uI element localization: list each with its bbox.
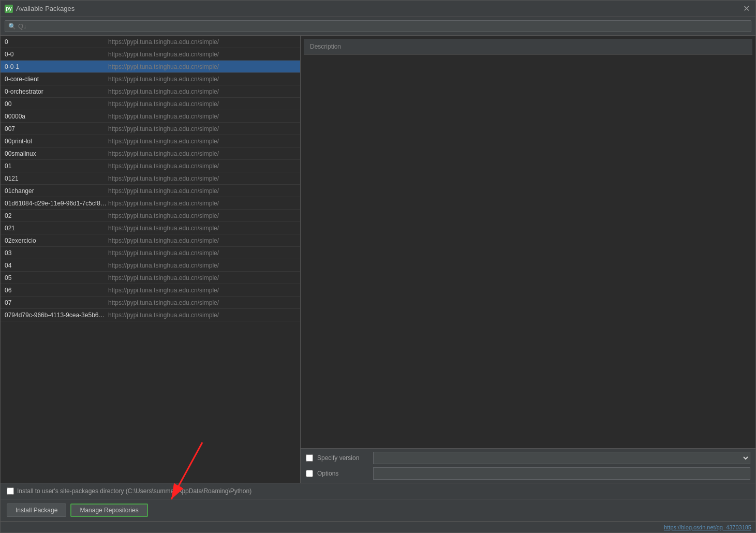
specify-version-label: Specify version bbox=[317, 454, 369, 462]
package-row[interactable]: 01https://pypi.tuna.tsinghua.edu.cn/simp… bbox=[1, 160, 300, 172]
app-icon: py bbox=[5, 5, 13, 13]
search-wrapper: 🔍 bbox=[5, 20, 751, 32]
package-url: https://pypi.tuna.tsinghua.edu.cn/simple… bbox=[108, 100, 296, 108]
package-name: 00 bbox=[5, 100, 108, 108]
package-row[interactable]: 0-orchestratorhttps://pypi.tuna.tsinghua… bbox=[1, 85, 300, 98]
specify-version-checkbox[interactable] bbox=[306, 454, 313, 462]
package-name: 0-core-client bbox=[5, 76, 108, 83]
package-url: https://pypi.tuna.tsinghua.edu.cn/simple… bbox=[108, 212, 296, 219]
search-input[interactable] bbox=[18, 22, 748, 30]
package-row[interactable]: 0121https://pypi.tuna.tsinghua.edu.cn/si… bbox=[1, 172, 300, 185]
package-row[interactable]: 04https://pypi.tuna.tsinghua.edu.cn/simp… bbox=[1, 259, 300, 272]
package-row[interactable]: 06https://pypi.tuna.tsinghua.edu.cn/simp… bbox=[1, 284, 300, 297]
available-packages-window: py Available Packages ✕ 🔍 0https://pypi.… bbox=[0, 0, 756, 533]
options-label: Options bbox=[317, 470, 369, 477]
search-bar: 🔍 bbox=[1, 17, 755, 36]
package-row[interactable]: 007https://pypi.tuna.tsinghua.edu.cn/sim… bbox=[1, 123, 300, 135]
install-options-section: Install to user's site-packages director… bbox=[1, 483, 755, 499]
package-row[interactable]: 01changerhttps://pypi.tuna.tsinghua.edu.… bbox=[1, 185, 300, 197]
options-checkbox[interactable] bbox=[306, 470, 313, 477]
package-name: 0794d79c-966b-4113-9cea-3e5b658a7de7 bbox=[5, 312, 108, 319]
install-checkbox-label: Install to user's site-packages director… bbox=[17, 487, 251, 495]
package-row[interactable]: 00000ahttps://pypi.tuna.tsinghua.edu.cn/… bbox=[1, 110, 300, 123]
package-url: https://pypi.tuna.tsinghua.edu.cn/simple… bbox=[108, 287, 296, 294]
package-row[interactable]: 0-0https://pypi.tuna.tsinghua.edu.cn/sim… bbox=[1, 48, 300, 61]
package-name: 05 bbox=[5, 274, 108, 282]
package-name: 00smalinux bbox=[5, 150, 108, 157]
package-url: https://pypi.tuna.tsinghua.edu.cn/simple… bbox=[108, 125, 296, 132]
options-input[interactable] bbox=[373, 467, 750, 480]
status-bar: https://blog.csdn.net/qq_43703185 bbox=[1, 521, 755, 532]
manage-repositories-button[interactable]: Manage Repositories bbox=[70, 504, 147, 517]
package-name: 0-0-1 bbox=[5, 63, 108, 70]
package-url: https://pypi.tuna.tsinghua.edu.cn/simple… bbox=[108, 187, 296, 195]
description-header: Description bbox=[304, 39, 752, 55]
package-row[interactable]: 0794d79c-966b-4113-9cea-3e5b658a7de7http… bbox=[1, 309, 300, 321]
description-area: Description bbox=[301, 36, 755, 448]
package-url: https://pypi.tuna.tsinghua.edu.cn/simple… bbox=[108, 63, 296, 70]
package-row[interactable]: 0https://pypi.tuna.tsinghua.edu.cn/simpl… bbox=[1, 36, 300, 48]
right-panel-options: Specify version Options bbox=[301, 448, 755, 483]
status-url[interactable]: https://blog.csdn.net/qq_43703185 bbox=[664, 524, 751, 530]
package-url: https://pypi.tuna.tsinghua.edu.cn/simple… bbox=[108, 225, 296, 232]
package-name: 01d61084-d29e-11e9-96d1-7c5cf84ffe8e bbox=[5, 200, 108, 207]
specify-version-row: Specify version bbox=[306, 452, 750, 464]
package-name: 0121 bbox=[5, 175, 108, 182]
install-checkbox-row: Install to user's site-packages director… bbox=[7, 487, 749, 495]
package-url: https://pypi.tuna.tsinghua.edu.cn/simple… bbox=[108, 76, 296, 83]
package-name: 03 bbox=[5, 249, 108, 257]
package-url: https://pypi.tuna.tsinghua.edu.cn/simple… bbox=[108, 113, 296, 120]
package-name: 02 bbox=[5, 212, 108, 219]
package-name: 021 bbox=[5, 225, 108, 232]
package-url: https://pypi.tuna.tsinghua.edu.cn/simple… bbox=[108, 51, 296, 58]
window-title: Available Packages bbox=[16, 5, 75, 12]
package-url: https://pypi.tuna.tsinghua.edu.cn/simple… bbox=[108, 88, 296, 95]
package-url: https://pypi.tuna.tsinghua.edu.cn/simple… bbox=[108, 162, 296, 170]
version-select[interactable] bbox=[373, 452, 750, 464]
options-row: Options bbox=[306, 467, 750, 480]
package-row[interactable]: 07https://pypi.tuna.tsinghua.edu.cn/simp… bbox=[1, 297, 300, 309]
app-icon-text: py bbox=[6, 6, 12, 11]
package-row[interactable]: 00https://pypi.tuna.tsinghua.edu.cn/simp… bbox=[1, 98, 300, 110]
package-url: https://pypi.tuna.tsinghua.edu.cn/simple… bbox=[108, 299, 296, 306]
package-name: 0 bbox=[5, 38, 108, 46]
package-row[interactable]: 00smalinuxhttps://pypi.tuna.tsinghua.edu… bbox=[1, 147, 300, 160]
package-name: 0-0 bbox=[5, 51, 108, 58]
package-name: 00000a bbox=[5, 113, 108, 120]
package-url: https://pypi.tuna.tsinghua.edu.cn/simple… bbox=[108, 175, 296, 182]
package-list-panel: 0https://pypi.tuna.tsinghua.edu.cn/simpl… bbox=[1, 36, 301, 483]
title-bar: py Available Packages ✕ bbox=[1, 1, 755, 17]
package-name: 04 bbox=[5, 262, 108, 269]
package-name: 07 bbox=[5, 299, 108, 306]
package-row[interactable]: 03https://pypi.tuna.tsinghua.edu.cn/simp… bbox=[1, 247, 300, 259]
bottom-bar: Install Package Manage Repositories bbox=[1, 499, 755, 521]
package-row[interactable]: 05https://pypi.tuna.tsinghua.edu.cn/simp… bbox=[1, 272, 300, 284]
panels-row: 0https://pypi.tuna.tsinghua.edu.cn/simpl… bbox=[1, 36, 755, 483]
package-row[interactable]: 00print-lolhttps://pypi.tuna.tsinghua.ed… bbox=[1, 135, 300, 147]
package-url: https://pypi.tuna.tsinghua.edu.cn/simple… bbox=[108, 274, 296, 282]
package-row[interactable]: 02exerciciohttps://pypi.tuna.tsinghua.ed… bbox=[1, 234, 300, 247]
package-url: https://pypi.tuna.tsinghua.edu.cn/simple… bbox=[108, 262, 296, 269]
package-url: https://pypi.tuna.tsinghua.edu.cn/simple… bbox=[108, 38, 296, 46]
package-list[interactable]: 0https://pypi.tuna.tsinghua.edu.cn/simpl… bbox=[1, 36, 300, 483]
close-button[interactable]: ✕ bbox=[741, 4, 751, 14]
package-row[interactable]: 021https://pypi.tuna.tsinghua.edu.cn/sim… bbox=[1, 222, 300, 234]
package-name: 0-orchestrator bbox=[5, 88, 108, 95]
title-bar-left: py Available Packages bbox=[5, 5, 75, 13]
package-url: https://pypi.tuna.tsinghua.edu.cn/simple… bbox=[108, 138, 296, 145]
package-name: 01changer bbox=[5, 187, 108, 195]
package-row[interactable]: 02https://pypi.tuna.tsinghua.edu.cn/simp… bbox=[1, 210, 300, 222]
install-package-button[interactable]: Install Package bbox=[7, 504, 66, 517]
package-row[interactable]: 0-0-1https://pypi.tuna.tsinghua.edu.cn/s… bbox=[1, 61, 300, 73]
package-name: 01 bbox=[5, 162, 108, 170]
package-url: https://pypi.tuna.tsinghua.edu.cn/simple… bbox=[108, 249, 296, 257]
package-row[interactable]: 0-core-clienthttps://pypi.tuna.tsinghua.… bbox=[1, 73, 300, 85]
package-row[interactable]: 01d61084-d29e-11e9-96d1-7c5cf84ffe8ehttp… bbox=[1, 197, 300, 210]
install-to-user-checkbox[interactable] bbox=[7, 487, 14, 495]
package-url: https://pypi.tuna.tsinghua.edu.cn/simple… bbox=[108, 237, 296, 244]
package-url: https://pypi.tuna.tsinghua.edu.cn/simple… bbox=[108, 150, 296, 157]
search-icon: 🔍 bbox=[8, 23, 16, 30]
package-name: 00print-lol bbox=[5, 138, 108, 145]
package-name: 02exercicio bbox=[5, 237, 108, 244]
right-panel: Description Specify version Options bbox=[301, 36, 755, 483]
